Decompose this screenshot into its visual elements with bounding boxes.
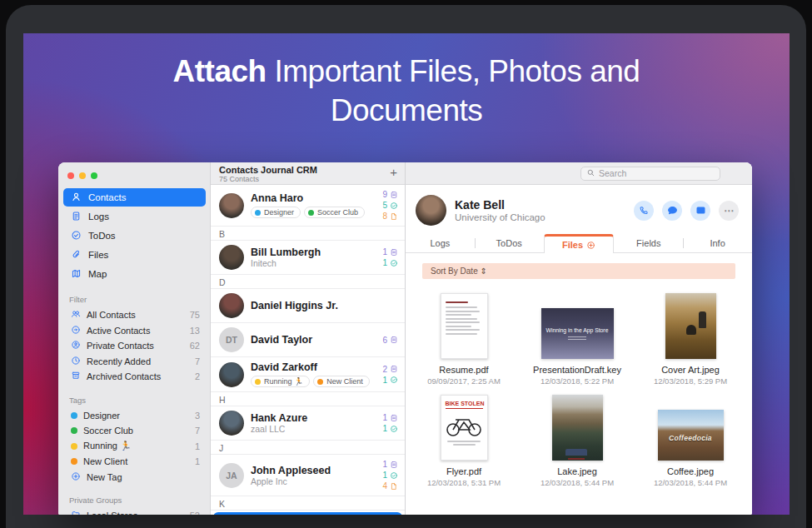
tab-todos[interactable]: ToDos [475,234,544,252]
contact-tag-chip: Designer [251,207,301,218]
count-number: 1 [382,423,387,434]
count-logs: 2 [382,364,398,375]
contact-row[interactable]: JAJohn AppleseedApple Inc114 [211,455,405,496]
contact-tags: DesignerSoccer Club [251,207,376,218]
add-file-icon [586,241,595,250]
tab-label: Logs [430,238,450,248]
slide-subtext [568,336,586,341]
logs-icon [390,191,398,199]
count-logs: 9 [382,189,398,200]
todos-icon [390,376,398,384]
avatar: DT [219,327,244,352]
filter-item[interactable]: All Contacts75 [58,307,210,323]
search-field[interactable] [580,167,720,181]
filter-item[interactable]: Active Contacts13 [58,323,210,339]
tab-files[interactable]: Files [544,234,615,253]
app-window: ContactsLogsToDosFilesMap Filter All Con… [58,162,752,515]
file-date: 12/03/2018, 5:29 PM [634,376,747,386]
call-button[interactable] [634,201,654,221]
message-button[interactable] [662,201,682,221]
filter-item[interactable]: Recently Added7 [58,354,210,370]
file-thumbnail-slide: Winning in the App Store [541,308,614,359]
count-number: 6 [382,335,387,346]
tag-dot [71,458,77,465]
tab-label: ToDos [496,238,522,248]
sidebar-item-label: Files [88,250,108,260]
minimize-window-button[interactable] [79,172,86,179]
file-name: Resume.pdf [407,365,521,375]
sidebar-item-map[interactable]: Map [63,265,206,283]
paperclip-icon [71,249,82,262]
contact-counts: 11 [382,247,398,268]
contact-row[interactable]: Bill LumberghInitech11 [211,241,405,275]
count-files: 4 [382,481,398,491]
sidebar-item-label: Contacts [88,192,126,202]
filter-item[interactable]: Private Contacts62 [58,338,210,354]
tag-item[interactable]: New Client1 [58,454,210,470]
file-item[interactable]: Lake.jpeg12/03/2018, 5:44 PM [521,386,634,487]
tag-dot [255,210,261,216]
file-thumbnail-photo: Coffeedocia [658,410,724,461]
tab-fields[interactable]: Fields [614,234,683,252]
count-logs: 1 [382,459,398,470]
tag-item[interactable]: Soccer Club7 [58,423,210,439]
check-circle-icon [71,230,82,242]
filter-item-label: Private Contacts [87,341,154,351]
contact-counts: 6 [382,335,398,346]
avatar: JA [219,463,244,488]
sort-by-date-button[interactable]: Sort By Date ⇕ [422,263,735,279]
tag-item[interactable]: Designer3 [58,408,210,424]
count-logs: 6 [382,335,398,346]
sidebar-item-files[interactable]: Files [63,246,206,264]
zoom-window-button[interactable] [91,172,97,179]
group-item[interactable]: Local Stores52 [58,508,210,515]
profile-actions: ⋯ [634,201,739,221]
tag-item-label: Soccer Club [83,426,133,436]
contact-row[interactable]: Kate BellUniversity of Chicago116 [213,512,402,515]
sidebar-item-logs[interactable]: Logs [63,207,206,226]
contact-org: Apple Inc [251,476,376,486]
search-input[interactable] [599,168,715,178]
file-item[interactable]: BIKE STOLENFlyer.pdf12/03/2018, 5:31 PM [407,386,521,487]
gradient-screen: Attach Important Files, Photos and Docum… [23,33,790,515]
add-contact-button[interactable]: + [390,166,397,178]
new-tag-button[interactable]: New Tag [58,470,210,486]
file-thumbnail-photo [665,293,716,359]
profile-avatar [416,195,446,226]
tag-chip-label: Soccer Club [317,208,358,217]
file-item[interactable]: Resume.pdf09/09/2017, 2:25 AM [407,284,521,386]
email-button[interactable] [690,201,710,221]
tag-item[interactable]: Running 🏃1 [58,439,210,455]
bicycle-icon [446,412,482,437]
filter-item-label: Archived Contacts [87,371,161,381]
file-thumbnail-document [441,293,488,359]
close-window-button[interactable] [67,172,74,179]
filter-item[interactable]: Archived Contacts2 [58,369,210,385]
file-item[interactable]: Cover Art.jpeg12/03/2018, 5:29 PM [634,284,747,386]
sidebar-item-contacts[interactable]: Contacts [63,188,206,207]
contact-row[interactable]: Anna HaroDesignerSoccer Club958 [211,185,405,227]
folder-icon [71,510,81,515]
contact-row[interactable]: Hank Azurezaal LLC11 [211,406,405,441]
tab-logs[interactable]: Logs [406,234,475,252]
section-letter: J [211,441,405,455]
tab-info[interactable]: Info [683,234,752,252]
contact-row[interactable]: Daniel Higgins Jr. [211,289,405,323]
contact-counts: 21 [382,364,398,386]
file-item[interactable]: CoffeedociaCoffee.jpeg12/03/2018, 5:44 P… [634,386,747,487]
count-todos: 1 [382,423,398,434]
sidebar-item-todos[interactable]: ToDos [63,227,206,245]
count-todos: 1 [382,257,398,268]
window-title: Contacts Journal CRM [219,165,397,175]
more-button[interactable]: ⋯ [719,201,739,221]
contact-row[interactable]: David ZarkoffRunning 🏃New Client21 [211,357,405,392]
contact-row[interactable]: DTDavid Taylor6 [211,323,405,357]
file-thumb-box [634,289,747,359]
archive-icon [71,371,81,382]
count-number: 9 [382,189,387,200]
file-item[interactable]: Winning in the App StorePresentationDraf… [521,284,634,386]
detail-tabs: LogsToDosFilesFieldsInfo [406,234,752,253]
contact-tag-chip: New Client [313,376,370,387]
logs-icon [390,248,398,257]
profile-name: Kate Bell [455,198,545,212]
